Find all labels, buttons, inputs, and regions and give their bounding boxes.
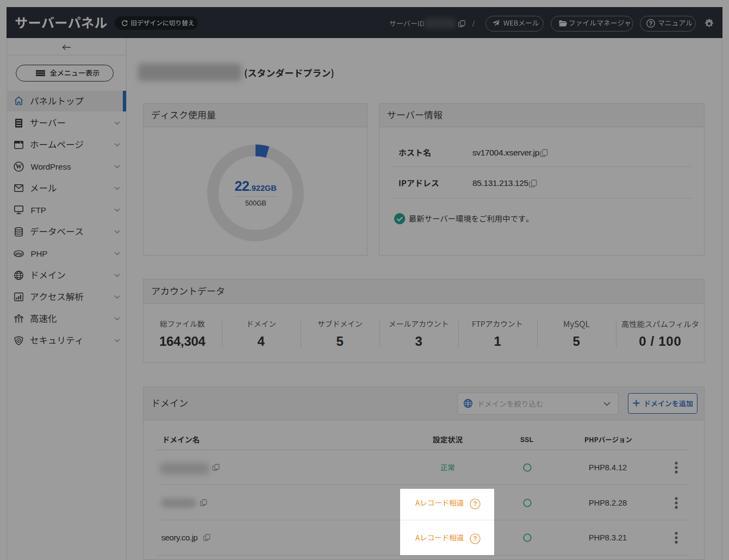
svg-text:?: ? xyxy=(473,535,477,543)
svg-text:?: ? xyxy=(473,500,477,508)
